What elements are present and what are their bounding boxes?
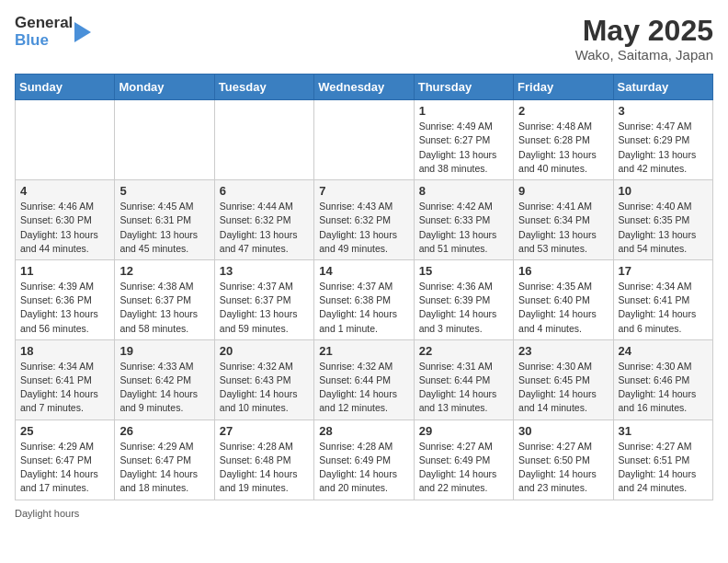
day-info: Sunrise: 4:45 AM Sunset: 6:31 PM Dayligh… xyxy=(119,200,209,256)
day-number: 10 xyxy=(619,184,708,198)
calendar-cell: 12Sunrise: 4:38 AM Sunset: 6:37 PM Dayli… xyxy=(115,259,214,339)
day-info: Sunrise: 4:40 AM Sunset: 6:35 PM Dayligh… xyxy=(619,200,708,256)
day-number: 27 xyxy=(220,424,309,438)
day-number: 26 xyxy=(119,424,209,438)
day-info: Sunrise: 4:33 AM Sunset: 6:42 PM Dayligh… xyxy=(119,360,209,416)
calendar-week-row: 18Sunrise: 4:34 AM Sunset: 6:41 PM Dayli… xyxy=(16,339,713,419)
footer-note: Daylight hours xyxy=(15,508,713,519)
day-info: Sunrise: 4:43 AM Sunset: 6:32 PM Dayligh… xyxy=(319,200,408,256)
day-info: Sunrise: 4:38 AM Sunset: 6:37 PM Dayligh… xyxy=(119,280,209,336)
day-info: Sunrise: 4:28 AM Sunset: 6:48 PM Dayligh… xyxy=(220,440,309,496)
day-info: Sunrise: 4:47 AM Sunset: 6:29 PM Dayligh… xyxy=(619,120,708,176)
day-info: Sunrise: 4:42 AM Sunset: 6:33 PM Dayligh… xyxy=(419,200,508,256)
calendar-week-row: 11Sunrise: 4:39 AM Sunset: 6:36 PM Dayli… xyxy=(16,259,713,339)
calendar-cell: 5Sunrise: 4:45 AM Sunset: 6:31 PM Daylig… xyxy=(115,180,214,260)
day-info: Sunrise: 4:29 AM Sunset: 6:47 PM Dayligh… xyxy=(119,440,209,496)
day-info: Sunrise: 4:37 AM Sunset: 6:37 PM Dayligh… xyxy=(220,280,309,336)
day-number: 21 xyxy=(319,344,408,358)
day-number: 20 xyxy=(220,344,309,358)
logo-general: General xyxy=(15,15,73,32)
day-number: 22 xyxy=(419,344,508,358)
day-number: 8 xyxy=(419,184,508,198)
day-info: Sunrise: 4:37 AM Sunset: 6:38 PM Dayligh… xyxy=(319,280,408,336)
day-number: 12 xyxy=(119,264,209,278)
calendar-cell: 28Sunrise: 4:28 AM Sunset: 6:49 PM Dayli… xyxy=(314,419,414,500)
day-number: 1 xyxy=(419,104,508,118)
calendar-week-row: 25Sunrise: 4:29 AM Sunset: 6:47 PM Dayli… xyxy=(16,419,713,500)
calendar-cell: 10Sunrise: 4:40 AM Sunset: 6:35 PM Dayli… xyxy=(613,180,712,260)
day-number: 7 xyxy=(319,184,408,198)
calendar-cell: 6Sunrise: 4:44 AM Sunset: 6:32 PM Daylig… xyxy=(214,180,313,260)
svg-marker-2 xyxy=(74,22,91,42)
calendar-week-row: 4Sunrise: 4:46 AM Sunset: 6:30 PM Daylig… xyxy=(16,180,713,260)
calendar-day-header: Saturday xyxy=(613,75,712,100)
day-info: Sunrise: 4:41 AM Sunset: 6:34 PM Dayligh… xyxy=(518,200,608,256)
day-number: 15 xyxy=(419,264,508,278)
day-info: Sunrise: 4:28 AM Sunset: 6:49 PM Dayligh… xyxy=(319,440,408,496)
calendar-cell xyxy=(115,100,214,180)
calendar-table: SundayMondayTuesdayWednesdayThursdayFrid… xyxy=(15,74,713,500)
calendar-day-header: Monday xyxy=(115,75,214,100)
title-area: May 2025 Wako, Saitama, Japan xyxy=(575,15,713,63)
day-number: 11 xyxy=(20,264,109,278)
location-title: Wako, Saitama, Japan xyxy=(575,47,713,63)
calendar-day-header: Wednesday xyxy=(314,75,414,100)
calendar-day-header: Tuesday xyxy=(214,75,313,100)
calendar-cell: 24Sunrise: 4:30 AM Sunset: 6:46 PM Dayli… xyxy=(613,339,712,419)
day-number: 5 xyxy=(119,184,209,198)
day-info: Sunrise: 4:34 AM Sunset: 6:41 PM Dayligh… xyxy=(619,280,708,336)
calendar-cell: 17Sunrise: 4:34 AM Sunset: 6:41 PM Dayli… xyxy=(613,259,712,339)
day-info: Sunrise: 4:48 AM Sunset: 6:28 PM Dayligh… xyxy=(518,120,608,176)
day-number: 3 xyxy=(619,104,708,118)
logo-arrow-icon xyxy=(74,18,95,46)
day-info: Sunrise: 4:39 AM Sunset: 6:36 PM Dayligh… xyxy=(20,280,109,336)
day-number: 16 xyxy=(518,264,608,278)
calendar-cell: 14Sunrise: 4:37 AM Sunset: 6:38 PM Dayli… xyxy=(314,259,414,339)
day-number: 29 xyxy=(419,424,508,438)
calendar-cell: 9Sunrise: 4:41 AM Sunset: 6:34 PM Daylig… xyxy=(514,180,613,260)
day-info: Sunrise: 4:44 AM Sunset: 6:32 PM Dayligh… xyxy=(220,200,309,256)
logo-blue: Blue xyxy=(15,32,73,50)
calendar-cell: 7Sunrise: 4:43 AM Sunset: 6:32 PM Daylig… xyxy=(314,180,414,260)
day-info: Sunrise: 4:27 AM Sunset: 6:51 PM Dayligh… xyxy=(619,440,708,496)
calendar-cell: 8Sunrise: 4:42 AM Sunset: 6:33 PM Daylig… xyxy=(414,180,513,260)
calendar-cell: 18Sunrise: 4:34 AM Sunset: 6:41 PM Dayli… xyxy=(16,339,115,419)
calendar-day-header: Thursday xyxy=(414,75,513,100)
calendar-cell: 23Sunrise: 4:30 AM Sunset: 6:45 PM Dayli… xyxy=(514,339,613,419)
day-info: Sunrise: 4:32 AM Sunset: 6:43 PM Dayligh… xyxy=(220,360,309,416)
calendar-cell: 16Sunrise: 4:35 AM Sunset: 6:40 PM Dayli… xyxy=(514,259,613,339)
calendar-cell xyxy=(314,100,414,180)
calendar-cell: 13Sunrise: 4:37 AM Sunset: 6:37 PM Dayli… xyxy=(214,259,313,339)
day-number: 30 xyxy=(518,424,608,438)
calendar-header-row: SundayMondayTuesdayWednesdayThursdayFrid… xyxy=(16,75,713,100)
daylight-label: Daylight hours xyxy=(15,508,79,519)
day-info: Sunrise: 4:27 AM Sunset: 6:50 PM Dayligh… xyxy=(518,440,608,496)
day-number: 25 xyxy=(20,424,109,438)
day-info: Sunrise: 4:27 AM Sunset: 6:49 PM Dayligh… xyxy=(419,440,508,496)
day-number: 18 xyxy=(20,344,109,358)
day-number: 14 xyxy=(319,264,408,278)
calendar-cell xyxy=(16,100,115,180)
calendar-day-header: Sunday xyxy=(16,75,115,100)
day-number: 13 xyxy=(220,264,309,278)
calendar-cell: 21Sunrise: 4:32 AM Sunset: 6:44 PM Dayli… xyxy=(314,339,414,419)
calendar-cell: 15Sunrise: 4:36 AM Sunset: 6:39 PM Dayli… xyxy=(414,259,513,339)
calendar-cell: 4Sunrise: 4:46 AM Sunset: 6:30 PM Daylig… xyxy=(16,180,115,260)
day-info: Sunrise: 4:49 AM Sunset: 6:27 PM Dayligh… xyxy=(419,120,508,176)
calendar-cell xyxy=(214,100,313,180)
calendar-cell: 2Sunrise: 4:48 AM Sunset: 6:28 PM Daylig… xyxy=(514,100,613,180)
calendar-cell: 29Sunrise: 4:27 AM Sunset: 6:49 PM Dayli… xyxy=(414,419,513,500)
day-number: 17 xyxy=(619,264,708,278)
day-info: Sunrise: 4:36 AM Sunset: 6:39 PM Dayligh… xyxy=(419,280,508,336)
day-number: 31 xyxy=(619,424,708,438)
calendar-cell: 1Sunrise: 4:49 AM Sunset: 6:27 PM Daylig… xyxy=(414,100,513,180)
day-info: Sunrise: 4:30 AM Sunset: 6:45 PM Dayligh… xyxy=(518,360,608,416)
logo-block: General Blue xyxy=(15,15,95,49)
day-info: Sunrise: 4:31 AM Sunset: 6:44 PM Dayligh… xyxy=(419,360,508,416)
calendar-cell: 25Sunrise: 4:29 AM Sunset: 6:47 PM Dayli… xyxy=(16,419,115,500)
day-info: Sunrise: 4:29 AM Sunset: 6:47 PM Dayligh… xyxy=(20,440,109,496)
calendar-cell: 30Sunrise: 4:27 AM Sunset: 6:50 PM Dayli… xyxy=(514,419,613,500)
day-info: Sunrise: 4:34 AM Sunset: 6:41 PM Dayligh… xyxy=(20,360,109,416)
calendar-cell: 19Sunrise: 4:33 AM Sunset: 6:42 PM Dayli… xyxy=(115,339,214,419)
calendar-week-row: 1Sunrise: 4:49 AM Sunset: 6:27 PM Daylig… xyxy=(16,100,713,180)
